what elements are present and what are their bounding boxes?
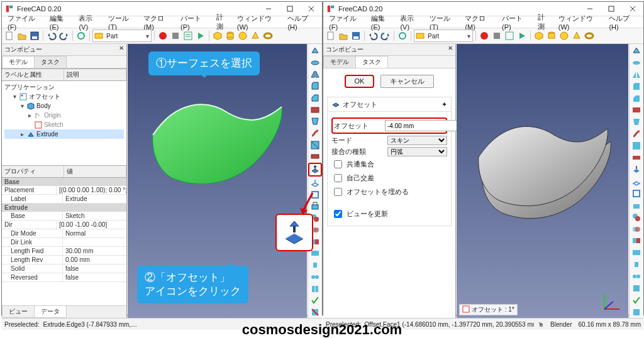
model-tree[interactable]: アプリケーション ▾オフセット ▾Body ▸Origin Sketch ▸Ex… [2, 81, 126, 165]
extrude-icon[interactable] [631, 45, 642, 57]
tree-application[interactable]: アプリケーション [4, 82, 124, 92]
save-icon[interactable] [350, 30, 362, 41]
menu-macro[interactable]: マクロ(M) [462, 13, 497, 31]
offset-2d-icon[interactable] [309, 177, 321, 188]
ruled-icon[interactable] [309, 104, 321, 116]
tab-data[interactable]: データ [34, 306, 67, 318]
record-macro-icon[interactable] [479, 30, 490, 41]
join-select[interactable]: 円弧 [387, 147, 447, 156]
menu-view[interactable]: 表示(V) [397, 13, 425, 31]
loft-icon[interactable] [309, 116, 321, 127]
loft-icon[interactable] [631, 116, 642, 128]
tab-view[interactable]: ビュー [2, 306, 35, 318]
offset-3d-icon[interactable] [308, 163, 322, 177]
run-macro-icon[interactable] [516, 30, 528, 41]
menu-edit[interactable]: 編集(E) [47, 13, 75, 31]
save-icon[interactable] [29, 30, 40, 41]
compound-icon[interactable] [631, 212, 642, 223]
tree-sketch[interactable]: Sketch [4, 120, 124, 129]
tab-tasks[interactable]: タスク [355, 56, 388, 68]
macros-icon[interactable] [504, 30, 515, 41]
menu-part[interactable]: パート(P) [177, 13, 212, 31]
cylinder-icon[interactable] [546, 30, 557, 41]
extrude-icon[interactable] [309, 45, 321, 57]
fill-offset-checkbox[interactable]: オフセットを埋める [331, 186, 447, 198]
thickness-icon[interactable] [631, 188, 642, 199]
check-icon[interactable] [631, 295, 642, 306]
menu-help[interactable]: ヘルプ(H) [606, 13, 641, 31]
undo-icon[interactable] [46, 30, 57, 41]
mirror-icon[interactable] [631, 69, 642, 80]
cancel-button[interactable]: キャンセル [380, 75, 434, 88]
open-icon[interactable] [16, 30, 28, 41]
ok-button[interactable]: OK [345, 75, 375, 88]
workbench-selector[interactable]: Part ▾ [414, 30, 473, 42]
menu-edit[interactable]: 編集(E) [368, 13, 396, 31]
run-macro-icon[interactable] [195, 30, 206, 41]
refresh-icon[interactable] [397, 30, 408, 41]
menu-file[interactable]: ファイル(F) [326, 13, 367, 31]
tree-document[interactable]: ▾オフセット [4, 92, 124, 101]
section-icon[interactable] [631, 140, 642, 151]
defeature-icon[interactable] [309, 307, 321, 318]
mirror-icon[interactable] [309, 68, 321, 80]
tree-origin[interactable]: ▸Origin [4, 111, 124, 120]
cone-icon[interactable] [250, 30, 261, 41]
menu-measure[interactable]: 計測 [535, 12, 554, 32]
menu-window[interactable]: ウィンドウ(W) [234, 13, 284, 31]
defeature-icon[interactable] [631, 307, 642, 318]
chamfer-icon[interactable] [631, 93, 642, 104]
torus-icon[interactable] [262, 30, 274, 41]
intersect-icon[interactable] [631, 259, 642, 270]
stop-macro-icon[interactable] [170, 30, 181, 41]
offset-2d-icon[interactable] [631, 176, 642, 187]
refresh-icon[interactable] [75, 30, 87, 41]
intersect-icon[interactable] [309, 259, 321, 271]
redo-icon[interactable] [58, 30, 70, 41]
chamfer-icon[interactable] [309, 92, 321, 104]
check-icon[interactable] [309, 295, 321, 306]
new-icon[interactable] [325, 30, 336, 41]
fillet-icon[interactable] [631, 81, 642, 92]
join-icon[interactable] [309, 271, 321, 283]
boolean-icon[interactable] [631, 224, 642, 235]
collapse-icon[interactable]: ✦ [441, 101, 447, 109]
menu-part[interactable]: パート(P) [499, 13, 533, 31]
cross-section-icon[interactable] [309, 151, 321, 163]
join-icon[interactable] [631, 271, 642, 282]
torus-icon[interactable] [584, 30, 595, 41]
redo-icon[interactable] [380, 30, 391, 41]
section-icon[interactable] [309, 139, 321, 151]
projection-icon[interactable] [631, 200, 642, 211]
cylinder-icon[interactable] [225, 30, 236, 41]
sphere-icon[interactable] [237, 30, 248, 41]
union-icon[interactable] [631, 247, 642, 258]
viewport-tab[interactable]: オフセット : 1* [459, 304, 518, 315]
cube-icon[interactable] [533, 30, 545, 41]
menu-file[interactable]: ファイル(F) [4, 13, 45, 31]
3d-viewport[interactable]: オフセット : 1* [457, 44, 628, 318]
update-view-checkbox[interactable]: ビューを更新 [331, 208, 447, 220]
undo-icon[interactable] [367, 30, 379, 41]
sweep-icon[interactable] [309, 128, 321, 139]
tree-body[interactable]: ▾Body [4, 101, 124, 111]
revolve-icon[interactable] [631, 57, 642, 68]
split-icon[interactable] [631, 283, 642, 294]
new-icon[interactable] [4, 30, 15, 41]
cut-icon[interactable] [631, 236, 642, 247]
cube-icon[interactable] [212, 30, 223, 41]
mode-select[interactable]: スキン [387, 136, 447, 145]
offset-3d-icon[interactable] [631, 164, 642, 175]
menu-tools[interactable]: ツール(T) [426, 13, 460, 31]
sphere-icon[interactable] [558, 30, 570, 41]
revolve-icon[interactable] [309, 57, 321, 68]
record-macro-icon[interactable] [157, 30, 169, 41]
stop-macro-icon[interactable] [491, 30, 502, 41]
open-icon[interactable] [338, 30, 349, 41]
intersection-checkbox[interactable]: 共通集合 [331, 158, 447, 170]
menu-measure[interactable]: 計測 [213, 12, 233, 32]
macros-icon[interactable] [182, 30, 194, 41]
menu-tools[interactable]: ツール(T) [105, 13, 139, 31]
ruled-icon[interactable] [631, 105, 642, 116]
property-view[interactable]: Base Placement[(0.00 0.00 1.00); 0.00 °;… [2, 178, 126, 305]
